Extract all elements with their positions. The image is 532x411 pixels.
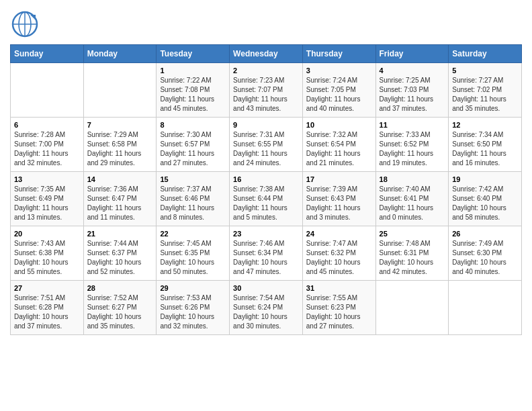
day-number: 13 (14, 175, 80, 183)
sunrise: Sunrise: 7:53 AM (160, 294, 211, 302)
sunrise: Sunrise: 7:23 AM (233, 77, 284, 84)
sunrise: Sunrise: 7:25 AM (380, 77, 431, 84)
sunset: Sunset: 6:28 PM (14, 304, 64, 311)
day-info: Sunrise: 7:46 AM Sunset: 6:34 PM Dayligh… (233, 239, 299, 277)
header-thursday: Thursday (302, 45, 375, 63)
daylight: Daylight: 10 hours and 47 minutes. (233, 259, 287, 275)
daylight: Daylight: 11 hours and 5 minutes. (233, 204, 287, 221)
sunset: Sunset: 7:00 PM (14, 140, 64, 148)
calendar-cell: 28 Sunrise: 7:52 AM Sunset: 6:27 PM Dayl… (83, 281, 157, 335)
daylight: Daylight: 11 hours and 40 minutes. (306, 95, 361, 112)
daylight: Daylight: 10 hours and 52 minutes. (87, 259, 142, 275)
sunset: Sunset: 6:52 PM (380, 140, 429, 148)
sunrise: Sunrise: 7:29 AM (87, 131, 138, 138)
header-tuesday: Tuesday (157, 45, 230, 63)
day-number: 4 (380, 66, 445, 75)
calendar-cell: 19 Sunrise: 7:42 AM Sunset: 6:40 PM Dayl… (449, 172, 522, 226)
sunset: Sunset: 6:54 PM (306, 140, 356, 148)
daylight: Daylight: 10 hours and 32 minutes. (160, 313, 214, 330)
sunrise: Sunrise: 7:39 AM (306, 185, 357, 193)
day-number: 11 (380, 121, 445, 129)
calendar-cell: 31 Sunrise: 7:55 AM Sunset: 6:23 PM Dayl… (302, 281, 375, 335)
sunrise: Sunrise: 7:40 AM (380, 185, 431, 193)
calendar-week-1: 1 Sunrise: 7:22 AM Sunset: 7:08 PM Dayli… (11, 63, 522, 118)
page-header (10, 7, 522, 39)
day-info: Sunrise: 7:24 AM Sunset: 7:05 PM Dayligh… (306, 76, 372, 113)
day-info: Sunrise: 7:27 AM Sunset: 7:02 PM Dayligh… (452, 76, 518, 113)
sunrise: Sunrise: 7:35 AM (14, 185, 65, 193)
day-number: 25 (380, 230, 445, 238)
daylight: Daylight: 11 hours and 32 minutes. (14, 150, 69, 167)
day-number: 29 (160, 284, 226, 292)
daylight: Daylight: 11 hours and 27 minutes. (160, 150, 214, 167)
daylight: Daylight: 10 hours and 27 minutes. (306, 313, 361, 330)
sunset: Sunset: 7:02 PM (452, 86, 502, 93)
calendar-cell (11, 63, 84, 118)
daylight: Daylight: 10 hours and 42 minutes. (380, 259, 434, 275)
daylight: Daylight: 10 hours and 55 minutes. (14, 259, 69, 275)
sunset: Sunset: 6:40 PM (452, 195, 502, 202)
day-info: Sunrise: 7:33 AM Sunset: 6:52 PM Dayligh… (380, 130, 445, 168)
calendar-cell: 15 Sunrise: 7:37 AM Sunset: 6:46 PM Dayl… (157, 172, 230, 226)
day-number: 9 (233, 121, 299, 129)
calendar-cell: 17 Sunrise: 7:39 AM Sunset: 6:43 PM Dayl… (302, 172, 375, 226)
calendar-cell: 7 Sunrise: 7:29 AM Sunset: 6:58 PM Dayli… (83, 118, 157, 172)
sunrise: Sunrise: 7:52 AM (87, 294, 138, 302)
day-number: 24 (306, 230, 372, 238)
day-number: 22 (160, 230, 226, 238)
calendar-cell: 5 Sunrise: 7:27 AM Sunset: 7:02 PM Dayli… (449, 63, 522, 118)
day-number: 23 (233, 230, 299, 238)
day-info: Sunrise: 7:43 AM Sunset: 6:38 PM Dayligh… (14, 239, 80, 277)
daylight: Daylight: 11 hours and 11 minutes. (87, 204, 142, 221)
sunset: Sunset: 6:38 PM (14, 249, 64, 257)
sunrise: Sunrise: 7:42 AM (452, 185, 503, 193)
sunset: Sunset: 6:30 PM (452, 249, 502, 257)
day-number: 19 (452, 175, 518, 183)
day-info: Sunrise: 7:29 AM Sunset: 6:58 PM Dayligh… (87, 130, 153, 168)
sunrise: Sunrise: 7:30 AM (160, 131, 211, 138)
day-info: Sunrise: 7:34 AM Sunset: 6:50 PM Dayligh… (452, 130, 518, 168)
calendar-cell: 9 Sunrise: 7:31 AM Sunset: 6:55 PM Dayli… (230, 118, 303, 172)
calendar-header-row: SundayMondayTuesdayWednesdayThursdayFrid… (11, 45, 522, 63)
calendar-cell: 11 Sunrise: 7:33 AM Sunset: 6:52 PM Dayl… (375, 118, 449, 172)
daylight: Daylight: 11 hours and 35 minutes. (452, 95, 506, 112)
calendar-cell (83, 63, 157, 118)
sunrise: Sunrise: 7:47 AM (306, 240, 357, 247)
header-monday: Monday (83, 45, 157, 63)
calendar-cell: 16 Sunrise: 7:38 AM Sunset: 6:44 PM Dayl… (230, 172, 303, 226)
sunrise: Sunrise: 7:31 AM (233, 131, 284, 138)
calendar-cell: 30 Sunrise: 7:54 AM Sunset: 6:24 PM Dayl… (230, 281, 303, 335)
daylight: Daylight: 11 hours and 21 minutes. (306, 150, 361, 167)
day-info: Sunrise: 7:39 AM Sunset: 6:43 PM Dayligh… (306, 185, 372, 222)
calendar-cell: 22 Sunrise: 7:45 AM Sunset: 6:35 PM Dayl… (157, 226, 230, 281)
sunrise: Sunrise: 7:46 AM (233, 240, 284, 247)
daylight: Daylight: 11 hours and 29 minutes. (87, 150, 142, 167)
sunrise: Sunrise: 7:55 AM (306, 294, 357, 302)
day-number: 5 (452, 66, 518, 75)
calendar-cell: 24 Sunrise: 7:47 AM Sunset: 6:32 PM Dayl… (302, 226, 375, 281)
sunset: Sunset: 6:47 PM (87, 195, 137, 202)
sunset: Sunset: 6:46 PM (160, 195, 210, 202)
daylight: Daylight: 10 hours and 35 minutes. (87, 313, 142, 330)
calendar-week-4: 20 Sunrise: 7:43 AM Sunset: 6:38 PM Dayl… (11, 226, 522, 281)
day-number: 14 (87, 175, 153, 183)
calendar-cell: 10 Sunrise: 7:32 AM Sunset: 6:54 PM Dayl… (302, 118, 375, 172)
day-number: 21 (87, 230, 153, 238)
day-info: Sunrise: 7:31 AM Sunset: 6:55 PM Dayligh… (233, 130, 299, 168)
calendar-cell: 23 Sunrise: 7:46 AM Sunset: 6:34 PM Dayl… (230, 226, 303, 281)
sunrise: Sunrise: 7:37 AM (160, 185, 211, 193)
sunset: Sunset: 7:07 PM (233, 86, 283, 93)
daylight: Daylight: 10 hours and 30 minutes. (233, 313, 287, 330)
day-info: Sunrise: 7:53 AM Sunset: 6:26 PM Dayligh… (160, 293, 226, 331)
calendar-week-5: 27 Sunrise: 7:51 AM Sunset: 6:28 PM Dayl… (11, 281, 522, 335)
calendar-week-2: 6 Sunrise: 7:28 AM Sunset: 7:00 PM Dayli… (11, 118, 522, 172)
sunset: Sunset: 6:37 PM (87, 249, 137, 257)
daylight: Daylight: 11 hours and 3 minutes. (306, 204, 361, 221)
sunset: Sunset: 6:35 PM (160, 249, 210, 257)
daylight: Daylight: 10 hours and 37 minutes. (14, 313, 69, 330)
sunrise: Sunrise: 7:32 AM (306, 131, 357, 138)
day-number: 27 (14, 284, 80, 292)
calendar-cell (375, 281, 449, 335)
calendar-table: SundayMondayTuesdayWednesdayThursdayFrid… (10, 44, 522, 335)
day-number: 17 (306, 175, 372, 183)
